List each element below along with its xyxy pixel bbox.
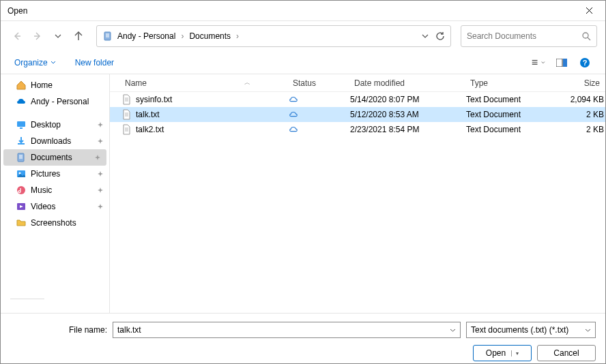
file-date: 5/12/2020 8:53 AM — [350, 110, 466, 119]
cancel-button[interactable]: Cancel — [537, 345, 596, 361]
svg-text:?: ? — [583, 59, 588, 67]
sidebar-item-screenshots[interactable]: Screenshots — [1, 215, 109, 231]
sidebar-item-label: Andy - Personal — [31, 97, 89, 106]
file-status — [289, 95, 350, 104]
sidebar-item-music[interactable]: Music — [1, 182, 109, 198]
svg-point-11 — [17, 186, 25, 194]
filename-combobox[interactable] — [113, 322, 461, 338]
sidebar-item-label: Home — [31, 80, 53, 90]
chevron-down-icon[interactable] — [450, 327, 456, 333]
chevron-down-icon[interactable] — [422, 33, 429, 40]
chevron-down-icon — [50, 60, 56, 65]
svg-rect-0 — [104, 32, 111, 40]
column-size[interactable]: Size — [555, 78, 604, 88]
filename-input[interactable] — [117, 325, 450, 335]
file-icon — [121, 109, 132, 120]
pin-icon — [97, 203, 104, 210]
sidebar-item-pictures[interactable]: Pictures — [1, 166, 109, 182]
sidebar-item-label: Documents — [31, 153, 72, 162]
sidebar-item-documents[interactable]: Documents — [3, 149, 106, 166]
pin-icon — [94, 154, 101, 161]
help-button[interactable]: ? — [578, 56, 592, 70]
file-name: talk2.txt — [136, 125, 289, 134]
onedrive-icon — [16, 96, 27, 107]
file-size: 2,094 KB — [555, 95, 604, 104]
breadcrumb-segment[interactable]: Documents — [189, 31, 231, 41]
file-size: 2 KB — [555, 110, 604, 119]
chevron-right-icon: › — [181, 31, 184, 41]
refresh-icon[interactable] — [435, 31, 445, 41]
file-date: 5/14/2020 8:07 PM — [350, 95, 466, 104]
file-row[interactable]: sysinfo.txt5/14/2020 8:07 PMText Documen… — [110, 92, 605, 107]
music-icon — [16, 185, 27, 196]
column-headers: Name︿ Status Date modified Type Size — [110, 74, 605, 92]
svg-rect-7 — [20, 127, 23, 129]
sidebar-item-downloads[interactable]: Downloads — [1, 133, 109, 149]
file-type: Text Document — [466, 110, 555, 119]
arrow-right-icon — [33, 31, 42, 41]
organize-label: Organize — [14, 58, 48, 67]
pin-icon — [97, 138, 104, 145]
sidebar-item-home[interactable]: Home — [1, 77, 109, 93]
pictures-icon — [16, 168, 27, 179]
sidebar-item-andy---personal[interactable]: Andy - Personal — [1, 93, 109, 110]
svg-point-1 — [583, 33, 588, 38]
new-folder-button[interactable]: New folder — [75, 58, 114, 67]
pin-icon — [97, 121, 104, 128]
file-type-filter[interactable]: Text documents (.txt) (*.txt) — [466, 322, 596, 338]
chevron-down-icon — [585, 327, 591, 333]
file-row[interactable]: talk2.txt2/23/2021 8:54 PMText Document2… — [110, 122, 605, 137]
sidebar-item-label: Downloads — [31, 136, 71, 146]
sidebar-item-label: Music — [31, 185, 52, 195]
sidebar-item-label: Screenshots — [31, 218, 76, 228]
search-input[interactable] — [467, 31, 581, 41]
list-view-icon — [532, 58, 539, 67]
search-input-container[interactable] — [461, 25, 597, 47]
new-folder-label: New folder — [75, 58, 114, 67]
home-icon — [16, 80, 27, 91]
organize-button[interactable]: Organize — [14, 58, 56, 67]
breadcrumb-segment[interactable]: Andy - Personal — [117, 31, 175, 41]
filter-label: Text documents (.txt) (*.txt) — [471, 325, 568, 335]
column-status[interactable]: Status — [289, 78, 350, 88]
file-status — [289, 125, 350, 134]
sidebar-item-label: Videos — [31, 202, 55, 211]
recent-dropdown[interactable] — [50, 28, 66, 44]
back-button[interactable] — [9, 28, 25, 44]
file-date: 2/23/2021 8:54 PM — [350, 125, 466, 134]
column-type[interactable]: Type — [466, 78, 555, 88]
sidebar: HomeAndy - Personal DesktopDownloadsDocu… — [1, 74, 110, 313]
svg-rect-2 — [556, 59, 562, 67]
column-date[interactable]: Date modified — [350, 78, 466, 88]
file-row[interactable]: talk.txt5/12/2020 8:53 AMText Document2 … — [110, 107, 605, 122]
chevron-right-icon: › — [236, 31, 239, 41]
pin-icon — [97, 170, 104, 177]
column-name[interactable]: Name︿ — [121, 78, 289, 88]
downloads-icon — [16, 136, 27, 147]
sidebar-item-videos[interactable]: Videos — [1, 198, 109, 215]
videos-icon — [16, 201, 27, 212]
up-button[interactable] — [70, 28, 87, 44]
close-button[interactable] — [579, 1, 598, 20]
address-bar[interactable]: Andy - Personal › Documents › — [96, 25, 451, 47]
preview-pane-button[interactable] — [555, 56, 568, 70]
window-title: Open — [8, 6, 579, 16]
file-icon — [121, 94, 132, 105]
preview-pane-icon — [556, 59, 567, 67]
view-mode-button[interactable] — [532, 56, 545, 70]
sidebar-item-desktop[interactable]: Desktop — [1, 117, 109, 133]
arrow-up-icon — [74, 31, 83, 41]
desktop-icon — [16, 119, 27, 130]
file-type: Text Document — [466, 95, 555, 104]
forward-button[interactable] — [29, 28, 46, 44]
sidebar-item-label: Desktop — [31, 120, 61, 130]
file-size: 2 KB — [555, 125, 604, 134]
file-name: sysinfo.txt — [136, 95, 289, 104]
close-icon — [586, 7, 593, 14]
split-chevron-icon[interactable]: ▾ — [511, 350, 519, 357]
filename-label: File name: — [69, 325, 107, 335]
help-icon: ? — [579, 57, 590, 68]
file-type: Text Document — [466, 125, 555, 134]
sort-indicator-icon: ︿ — [244, 78, 250, 87]
open-button[interactable]: Open▾ — [473, 345, 532, 361]
